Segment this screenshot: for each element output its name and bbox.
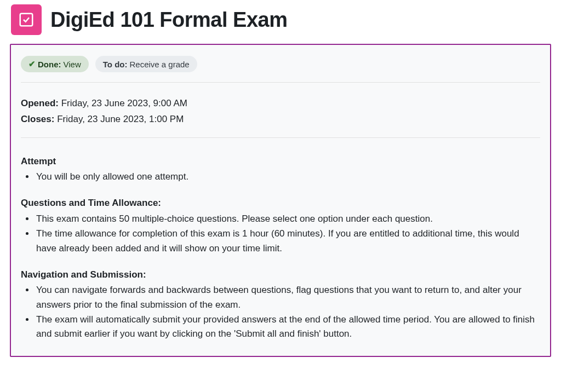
closes-row: Closes: Friday, 23 June 2023, 1:00 PM xyxy=(21,112,540,128)
instructions: Attempt You will be only allowed one att… xyxy=(21,138,540,349)
status-done-badge: ✔ Done: View xyxy=(21,56,89,72)
exam-panel: ✔ Done: View To do: Receive a grade Open… xyxy=(10,44,551,357)
page-title: DigiEd 101 Formal Exam xyxy=(50,8,288,32)
navigation-list: You can navigate forwards and backwards … xyxy=(21,283,540,341)
dates-block: Opened: Friday, 23 June 2023, 9:00 AM Cl… xyxy=(21,83,540,138)
quiz-icon xyxy=(11,4,42,35)
status-row: ✔ Done: View To do: Receive a grade xyxy=(21,56,540,83)
questions-title: Questions and Time Allowance: xyxy=(21,196,540,210)
closes-label: Closes: xyxy=(21,114,54,124)
list-item: The time allowance for completion of thi… xyxy=(35,227,540,256)
opened-value: Friday, 23 June 2023, 9:00 AM xyxy=(61,98,187,108)
check-icon: ✔ xyxy=(28,59,36,69)
todo-label: To do: xyxy=(103,60,128,69)
closes-value: Friday, 23 June 2023, 1:00 PM xyxy=(57,114,184,124)
todo-text: Receive a grade xyxy=(129,60,189,69)
svg-rect-0 xyxy=(20,14,33,26)
status-todo-badge: To do: Receive a grade xyxy=(95,56,197,72)
opened-row: Opened: Friday, 23 June 2023, 9:00 AM xyxy=(21,96,540,112)
attempt-list: You will be only allowed one attempt. xyxy=(21,170,540,184)
page-header: DigiEd 101 Formal Exam xyxy=(4,2,557,44)
done-label: Done: xyxy=(38,60,61,69)
questions-list: This exam contains 50 multiple-choice qu… xyxy=(21,212,540,256)
navigation-title: Navigation and Submission: xyxy=(21,268,540,282)
done-text: View xyxy=(64,60,81,69)
opened-label: Opened: xyxy=(21,98,59,108)
list-item: This exam contains 50 multiple-choice qu… xyxy=(35,212,540,226)
attempt-title: Attempt xyxy=(21,154,540,169)
list-item: The exam will automatically submit your … xyxy=(35,313,540,342)
list-item: You will be only allowed one attempt. xyxy=(35,170,540,184)
list-item: You can navigate forwards and backwards … xyxy=(35,283,540,312)
